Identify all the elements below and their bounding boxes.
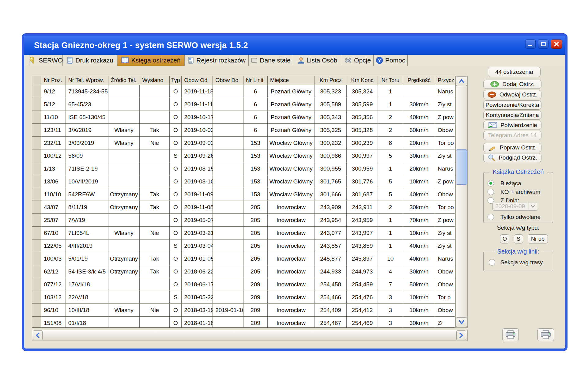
column-header-14[interactable]: Przycz: [435, 76, 455, 85]
cell: [140, 162, 170, 175]
tab-rejestr-rozkazow[interactable]: Rejestr rozkazów: [185, 55, 249, 66]
button-label: Dodaj Ostrz.: [502, 81, 535, 88]
table-row[interactable]: 103/1222/V/18S2018-05-22209Inowrocław254…: [32, 291, 455, 304]
cell: 5/01/19: [66, 252, 108, 265]
cell: 305,343: [315, 111, 347, 124]
horizontal-scrollbar[interactable]: [32, 330, 468, 341]
cell: O: [170, 85, 182, 98]
tab-serwo[interactable]: SERWO: [29, 55, 63, 66]
scroll-right-button[interactable]: [456, 330, 466, 340]
row-gutter: [32, 98, 41, 111]
column-header-9[interactable]: Miejsce: [268, 76, 315, 85]
powtorzenie-korekta-button[interactable]: Powtórzenie/Korekta: [483, 100, 541, 110]
tab-druk-rozkazu[interactable]: Druk rozkazu: [63, 55, 117, 66]
column-header-12[interactable]: Nr Toru: [378, 76, 403, 85]
type-filter-button-s[interactable]: S: [514, 234, 523, 243]
cell: O: [170, 98, 182, 111]
tab-pomoc[interactable]: ?Pomoc: [374, 55, 408, 66]
table-row[interactable]: 67/107LI954LWłasnyNieO2019-03-21205Inowr…: [32, 227, 455, 239]
cell: 10/VII/2019: [66, 175, 108, 188]
cell: 9/12: [41, 85, 66, 98]
close-button[interactable]: [551, 40, 562, 49]
cell: 10km/h: [403, 175, 435, 188]
maximize-button[interactable]: [538, 40, 548, 49]
table-row[interactable]: 25/077/V/19O2019-05-07205Inowrocław243,9…: [32, 214, 455, 227]
table-row[interactable]: 62/1254-ISE-3/k-4/5OtrzymanyTakO2018-06-…: [32, 265, 455, 278]
button-label: S: [517, 236, 520, 242]
radio-biezaca[interactable]: [488, 180, 494, 187]
scroll-down-button[interactable]: [456, 317, 467, 327]
warning-count-button[interactable]: 44 ostrzeżenia: [488, 67, 541, 77]
table-row[interactable]: 9/12713945-234-55O2019-11-186Poznań Głów…: [32, 85, 455, 98]
table-row[interactable]: 5/1265-45/23O2019-11-116Poznań Główny305…: [32, 98, 455, 111]
cell: Zł: [435, 317, 455, 327]
kontynuacja-zmiana-button[interactable]: Kontynuacja/Zmiana: [483, 111, 541, 120]
radio-tylko-odwolane[interactable]: [488, 214, 494, 220]
column-header-6[interactable]: Obow Od: [182, 76, 213, 85]
tab-ksiega-ostrzezen[interactable]: Księga ostrzeżeń: [117, 55, 185, 66]
odwolaj-ostrz-button[interactable]: Odwołaj Ostrz.: [483, 90, 541, 99]
table-row[interactable]: 100/035/01/19OtrzymanyTakO2019-01-05205I…: [32, 252, 455, 265]
cell: 2019-05-07: [182, 214, 213, 227]
column-header-13[interactable]: Prędkość: [403, 76, 435, 85]
table-row[interactable]: 100/1256/09S2019-09-26153Wrocław Główny3…: [32, 149, 455, 162]
column-header-5[interactable]: Typ: [170, 76, 182, 85]
table-row[interactable]: 123/113/X/2019WłasnyTakO2019-10-036Pozna…: [32, 124, 455, 137]
row-gutter: [32, 149, 41, 162]
radio-ko-archiwum[interactable]: [488, 189, 494, 195]
vertical-scroll-thumb[interactable]: [456, 149, 467, 185]
column-header-2[interactable]: Nr Tel. Wprow.: [66, 76, 108, 85]
cell: 243,909: [315, 201, 347, 214]
cell: 4: [378, 265, 403, 278]
column-header-7[interactable]: Obow Do: [213, 76, 243, 85]
envelope-icon: [488, 122, 497, 129]
column-header-10[interactable]: Km Pocz: [315, 76, 347, 85]
column-header-3[interactable]: Źródło Tel.: [108, 76, 140, 85]
line-route-radio[interactable]: [489, 259, 495, 266]
print-button-2[interactable]: [537, 328, 554, 341]
cell: 300,232: [315, 137, 347, 149]
printer-icon: [505, 330, 516, 340]
column-header-8[interactable]: Nr Linii: [243, 76, 268, 85]
cell: [140, 111, 170, 124]
tab-label: Księga ostrzeżeń: [131, 57, 180, 64]
scroll-left-button[interactable]: [33, 330, 43, 340]
cell: [213, 265, 243, 278]
table-row[interactable]: 110/10542RE6WOtrzymanyTakO2019-11-09153W…: [32, 188, 455, 201]
scroll-up-button[interactable]: [456, 76, 467, 86]
column-header-11[interactable]: Km Konc: [347, 76, 378, 85]
printer-icon: [540, 330, 551, 340]
column-header-1[interactable]: Nr Poz.: [41, 76, 66, 85]
cell: Nie: [140, 137, 170, 149]
potwierdzenie-button[interactable]: Potwierdzenie: [483, 121, 541, 130]
cell: 2: [378, 111, 403, 124]
cell: 10km/h: [403, 304, 435, 317]
table-row[interactable]: 232/113/09/2019WłasnyNieO2019-09-03153Wr…: [32, 137, 455, 149]
type-filter-button-nr-ob[interactable]: Nr ob: [528, 234, 548, 243]
cell: [108, 291, 140, 304]
button-label: Powtórzenie/Korekta: [485, 102, 539, 108]
cell: 254,458: [315, 278, 347, 291]
dodaj-ostrz-button[interactable]: Dodaj Ostrz.: [483, 80, 541, 89]
table-row[interactable]: 151/0801/I/18O2018-01-18209Inowrocław254…: [32, 317, 455, 327]
table-row[interactable]: 43/078/11/19OtrzymanyTakO2019-11-08205In…: [32, 201, 455, 214]
cell: Własny: [108, 137, 140, 149]
tab-lista-osob[interactable]: Lista Osób: [293, 55, 342, 66]
podglad-ostrz-button[interactable]: Podgląd Ostrz.: [483, 153, 541, 162]
print-button-1[interactable]: [502, 328, 519, 341]
table-row[interactable]: 11/10ISE 65-130/45O2019-10-176Poznań Głó…: [32, 111, 455, 124]
table-row[interactable]: 96/1010/III/18WłasnyNieO2018-03-192019-0…: [32, 304, 455, 317]
vertical-scrollbar[interactable]: [455, 76, 468, 328]
table-row[interactable]: 13/0610/VII/2019O2019-08-10153Wrocław Gł…: [32, 175, 455, 188]
minimize-button[interactable]: [525, 40, 536, 49]
type-filter-button-o[interactable]: O: [500, 234, 509, 243]
cell: 2019-08-15: [182, 162, 213, 175]
cell: 205: [243, 265, 268, 278]
table-row[interactable]: 1/1371ISE-2-19O2019-08-15153Wrocław Głów…: [32, 162, 455, 175]
popraw-ostrz-button[interactable]: Popraw Ostrz.: [483, 143, 541, 152]
tab-opcje[interactable]: Opcje: [342, 55, 374, 66]
table-row[interactable]: 077/1217/VI/18O2018-06-17209Inowrocław25…: [32, 278, 455, 291]
table-row[interactable]: 122/054/III/2019S2019-03-04205Inowrocław…: [32, 239, 455, 252]
tab-dane-stale[interactable]: Dane stałe: [249, 55, 293, 66]
column-header-4[interactable]: Wysłano: [140, 76, 170, 85]
